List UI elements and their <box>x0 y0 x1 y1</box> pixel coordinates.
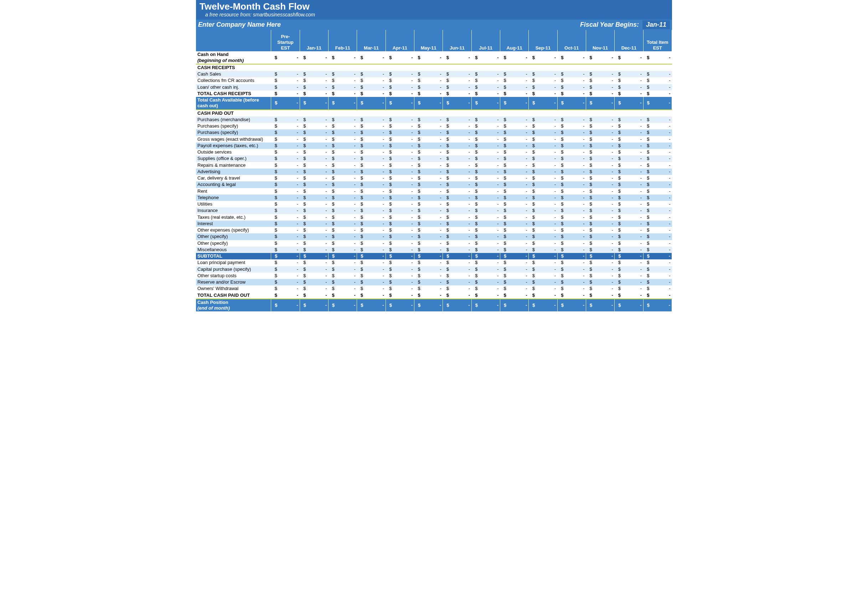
amount-cell[interactable]: $- <box>586 77 614 84</box>
amount-cell[interactable]: $- <box>300 195 328 201</box>
amount-cell[interactable]: $- <box>385 188 414 195</box>
amount-cell[interactable]: $- <box>300 149 328 155</box>
amount-cell[interactable]: $- <box>500 214 528 221</box>
amount-cell[interactable]: $- <box>300 266 328 273</box>
amount-cell[interactable]: $- <box>357 207 385 214</box>
amount-cell[interactable]: $- <box>329 299 357 312</box>
amount-cell[interactable]: $- <box>615 214 643 221</box>
amount-cell[interactable]: $- <box>443 136 471 143</box>
amount-cell[interactable]: $- <box>300 227 328 233</box>
amount-cell[interactable]: $- <box>357 155 385 162</box>
amount-cell[interactable]: $- <box>271 168 300 175</box>
amount-cell[interactable]: $- <box>329 97 357 110</box>
amount-cell[interactable]: $- <box>385 162 414 168</box>
amount-cell[interactable]: $- <box>557 188 586 195</box>
amount-cell[interactable]: $- <box>415 195 443 201</box>
amount-cell[interactable]: $- <box>415 292 443 299</box>
amount-cell[interactable]: $- <box>300 240 328 246</box>
amount-cell[interactable]: $- <box>586 273 614 279</box>
amount-cell[interactable]: $- <box>300 51 328 64</box>
amount-cell[interactable]: $- <box>500 175 528 181</box>
amount-cell[interactable]: $- <box>557 84 586 90</box>
amount-cell[interactable]: $- <box>615 149 643 155</box>
amount-cell[interactable]: $- <box>586 285 614 292</box>
amount-cell[interactable]: $- <box>385 273 414 279</box>
amount-cell[interactable]: $- <box>300 233 328 240</box>
amount-cell[interactable]: $- <box>557 97 586 110</box>
amount-cell[interactable]: $- <box>300 129 328 136</box>
amount-cell[interactable]: $- <box>415 97 443 110</box>
amount-cell[interactable]: $- <box>385 77 414 84</box>
amount-cell[interactable]: $- <box>300 214 328 221</box>
amount-cell[interactable]: $- <box>471 207 500 214</box>
amount-cell[interactable]: $- <box>300 279 328 285</box>
amount-cell[interactable]: $- <box>385 136 414 143</box>
amount-cell[interactable]: $- <box>329 233 357 240</box>
amount-cell[interactable]: $- <box>443 149 471 155</box>
amount-cell[interactable]: $- <box>615 162 643 168</box>
amount-cell[interactable]: $- <box>329 246 357 253</box>
amount-cell[interactable]: $- <box>385 51 414 64</box>
amount-cell[interactable]: $- <box>329 253 357 260</box>
amount-cell[interactable]: $- <box>357 292 385 299</box>
amount-cell[interactable]: $- <box>500 240 528 246</box>
amount-cell[interactable]: $- <box>443 273 471 279</box>
amount-cell[interactable]: $- <box>557 143 586 149</box>
amount-cell[interactable]: $- <box>300 90 328 97</box>
amount-cell[interactable]: $- <box>357 123 385 129</box>
amount-cell[interactable]: $- <box>357 214 385 221</box>
amount-cell[interactable]: $- <box>529 181 557 188</box>
amount-cell[interactable]: $- <box>500 149 528 155</box>
amount-cell[interactable]: $- <box>385 221 414 227</box>
amount-cell[interactable]: $- <box>529 149 557 155</box>
amount-cell[interactable]: $- <box>415 214 443 221</box>
amount-cell[interactable]: $- <box>385 214 414 221</box>
amount-cell[interactable]: $- <box>557 175 586 181</box>
amount-cell[interactable]: $- <box>385 227 414 233</box>
amount-cell[interactable]: $- <box>557 221 586 227</box>
amount-cell[interactable]: $- <box>529 97 557 110</box>
amount-cell[interactable]: $- <box>329 201 357 207</box>
amount-cell[interactable]: $- <box>443 214 471 221</box>
amount-cell[interactable]: $- <box>300 175 328 181</box>
amount-cell[interactable]: $- <box>643 123 672 129</box>
amount-cell[interactable]: $- <box>586 51 614 64</box>
amount-cell[interactable]: $- <box>529 207 557 214</box>
amount-cell[interactable]: $- <box>271 181 300 188</box>
amount-cell[interactable]: $- <box>271 155 300 162</box>
amount-cell[interactable]: $- <box>271 123 300 129</box>
amount-cell[interactable]: $- <box>586 233 614 240</box>
amount-cell[interactable]: $- <box>329 71 357 77</box>
amount-cell[interactable]: $- <box>415 181 443 188</box>
amount-cell[interactable]: $- <box>529 253 557 260</box>
amount-cell[interactable]: $- <box>357 246 385 253</box>
amount-cell[interactable]: $- <box>443 97 471 110</box>
amount-cell[interactable]: $- <box>357 279 385 285</box>
amount-cell[interactable]: $- <box>300 143 328 149</box>
amount-cell[interactable]: $- <box>471 71 500 77</box>
amount-cell[interactable]: $- <box>329 155 357 162</box>
amount-cell[interactable]: $- <box>271 285 300 292</box>
amount-cell[interactable]: $- <box>271 149 300 155</box>
amount-cell[interactable]: $- <box>643 246 672 253</box>
amount-cell[interactable]: $- <box>500 90 528 97</box>
amount-cell[interactable]: $- <box>500 143 528 149</box>
amount-cell[interactable]: $- <box>329 143 357 149</box>
amount-cell[interactable]: $- <box>385 123 414 129</box>
amount-cell[interactable]: $- <box>586 136 614 143</box>
amount-cell[interactable]: $- <box>586 168 614 175</box>
amount-cell[interactable]: $- <box>329 207 357 214</box>
amount-cell[interactable]: $- <box>415 84 443 90</box>
amount-cell[interactable]: $- <box>643 175 672 181</box>
amount-cell[interactable]: $- <box>557 162 586 168</box>
amount-cell[interactable]: $- <box>500 181 528 188</box>
amount-cell[interactable]: $- <box>557 214 586 221</box>
company-name-cell[interactable]: Enter Company Name Here <box>198 21 580 28</box>
amount-cell[interactable]: $- <box>500 221 528 227</box>
amount-cell[interactable]: $- <box>500 253 528 260</box>
amount-cell[interactable]: $- <box>415 240 443 246</box>
amount-cell[interactable]: $- <box>471 188 500 195</box>
amount-cell[interactable]: $- <box>643 253 672 260</box>
amount-cell[interactable]: $- <box>357 168 385 175</box>
amount-cell[interactable]: $- <box>557 129 586 136</box>
